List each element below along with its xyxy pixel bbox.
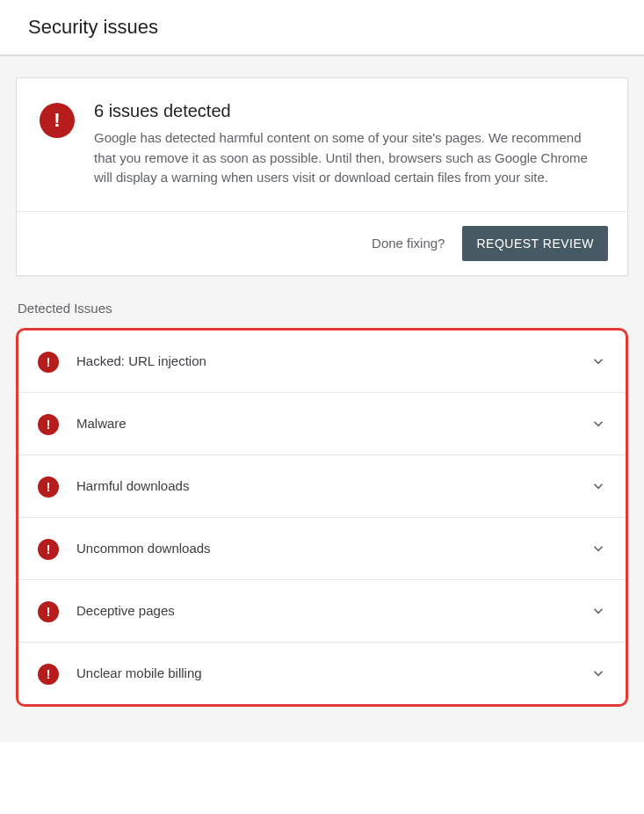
request-review-button[interactable]: REQUEST REVIEW: [462, 226, 608, 261]
issue-label: Harmful downloads: [76, 478, 573, 493]
alert-body: ! 6 issues detected Google has detected …: [17, 78, 627, 211]
alert-description: Google has detected harmful content on s…: [94, 128, 601, 188]
chevron-down-icon: [590, 353, 606, 369]
issue-row-hacked-url-injection[interactable]: ! Hacked: URL injection: [18, 331, 626, 393]
warning-icon: !: [40, 103, 75, 138]
issue-label: Uncommon downloads: [76, 541, 573, 556]
issue-label: Malware: [76, 416, 573, 431]
alert-actions: Done fixing? REQUEST REVIEW: [17, 211, 627, 275]
content-area: ! 6 issues detected Google has detected …: [0, 55, 644, 742]
chevron-down-icon: [590, 541, 606, 556]
chevron-down-icon: [590, 478, 606, 494]
warning-icon: !: [38, 352, 59, 373]
warning-icon: !: [38, 476, 59, 498]
issue-row-uncommon-downloads[interactable]: ! Uncommon downloads: [18, 518, 626, 580]
page-header: Security issues: [0, 0, 644, 55]
alert-title: 6 issues detected: [94, 101, 601, 121]
issue-label: Unclear mobile billing: [76, 665, 573, 680]
warning-icon: !: [38, 664, 59, 685]
issue-row-deceptive-pages[interactable]: ! Deceptive pages: [18, 580, 626, 643]
page-title: Security issues: [28, 16, 616, 39]
warning-icon: !: [38, 539, 59, 560]
warning-icon: !: [38, 414, 59, 435]
issue-label: Hacked: URL injection: [76, 353, 573, 368]
issue-row-harmful-downloads[interactable]: ! Harmful downloads: [18, 455, 626, 518]
chevron-down-icon: [590, 416, 606, 432]
issue-label: Deceptive pages: [76, 603, 573, 618]
chevron-down-icon: [590, 665, 606, 681]
chevron-down-icon: [590, 603, 606, 619]
issue-row-unclear-mobile-billing[interactable]: ! Unclear mobile billing: [18, 643, 626, 704]
issue-row-malware[interactable]: ! Malware: [18, 393, 626, 455]
issues-list: ! Hacked: URL injection ! Malware ! Harm…: [16, 328, 628, 707]
done-fixing-label: Done fixing?: [372, 236, 445, 251]
alert-card: ! 6 issues detected Google has detected …: [16, 77, 628, 276]
warning-icon: !: [38, 601, 59, 622]
alert-text: 6 issues detected Google has detected ha…: [94, 101, 601, 188]
detected-issues-label: Detected Issues: [18, 301, 628, 316]
